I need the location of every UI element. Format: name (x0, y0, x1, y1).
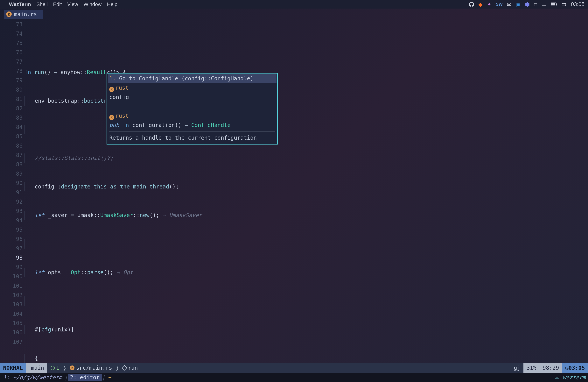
tmux-window-2[interactable]: 2: editor (68, 374, 102, 381)
tmux-statusline: 1: ~/p/g/w/wezterm | 2: editor | + wezte… (0, 373, 588, 382)
popup-reference-item[interactable]: 1. Go to ConfigHandle (config::ConfigHan… (108, 74, 276, 83)
line-number: 107 (0, 337, 22, 347)
status-position: 98:29 (540, 363, 562, 373)
menubar-item-edit[interactable]: Edit (53, 1, 62, 7)
puzzle-icon[interactable]: ✦ (487, 1, 491, 8)
line-number: 102 (0, 291, 22, 300)
separator-icon: ❭ (115, 364, 120, 372)
line-number: 79 (0, 76, 22, 85)
mode-indicator: NORMAL (0, 363, 26, 373)
line-number: 91 (0, 188, 22, 197)
line-number: 90 (0, 179, 22, 188)
line-number: 81 (0, 95, 22, 104)
line-number: 88 (0, 160, 22, 169)
git-branch: main (26, 363, 47, 373)
menubar-item-window[interactable]: Window (84, 1, 102, 7)
line-number: 92 (0, 197, 22, 207)
hint-icon: ⬡ (50, 365, 55, 371)
line-number: 80 (0, 85, 22, 95)
diagnostics: ⬡1 (47, 363, 63, 373)
rust-icon: R (109, 115, 114, 120)
line-number: 77 (0, 57, 22, 66)
editor-viewport[interactable]: 7374757677787980818283848586878889909192… (0, 20, 588, 363)
slack-icon[interactable]: ⌗ (534, 1, 537, 8)
status-lastkeys: gj (511, 363, 524, 373)
teams-icon[interactable]: ⬢ (525, 1, 530, 8)
line-number: 100 (0, 272, 22, 281)
outlook-icon[interactable]: ▣ (516, 1, 521, 8)
symbol-breadcrumb: run (119, 363, 141, 373)
line-number: 76 (0, 48, 22, 57)
separator-icon: ❭ (63, 364, 67, 372)
line-number: 75 (0, 39, 22, 48)
tmux-add-window[interactable]: + (105, 374, 115, 381)
file-path: Rsrc/main.rs (67, 363, 115, 373)
line-number: 87 (0, 150, 22, 160)
gitlab-icon[interactable]: ◆ (478, 1, 483, 8)
line-number: 106 (0, 328, 22, 337)
line-number: 105 (0, 318, 22, 328)
line-number: 83 (0, 113, 22, 123)
status-clock: ◷03:05 (562, 363, 588, 373)
line-number: 93 (0, 207, 22, 216)
tmux-session-icon (555, 376, 559, 379)
line-number: 99 (0, 263, 22, 272)
mail-icon[interactable]: ✉ (507, 1, 511, 8)
svg-rect-2 (556, 3, 557, 5)
svg-rect-4 (563, 3, 566, 4)
line-number: 96 (0, 234, 22, 244)
control-center-icon[interactable] (562, 2, 567, 6)
popup-full-signature: pub fn configuration() → ConfigHandle (108, 121, 276, 130)
rust-icon: R (70, 365, 74, 370)
tab-label: main.rs (14, 11, 37, 18)
line-number: 73 (0, 20, 22, 29)
svg-rect-1 (551, 3, 555, 5)
nvim-statusline: NORMAL main ⬡1 ❭ Rsrc/main.rs ❭ run gj 3… (0, 363, 588, 373)
status-percent: 31% (524, 363, 540, 373)
sw-icon[interactable]: SW (496, 2, 503, 7)
line-number: 98 (0, 253, 22, 263)
line-number: 97 (0, 244, 22, 253)
popup-doc: Returns a handle to the current configur… (108, 133, 276, 143)
menubar-app-name[interactable]: WezTerm (9, 1, 31, 7)
line-number: 94 (0, 216, 22, 225)
lsp-hover-popup[interactable]: 1. Go to ConfigHandle (config::ConfigHan… (106, 73, 278, 145)
clock-icon: ◷ (565, 365, 568, 371)
menubar-item-shell[interactable]: Shell (36, 1, 48, 7)
rust-icon: R (6, 11, 12, 17)
terminal-window: R main.rs 737475767778798081828384858687… (0, 9, 588, 382)
line-number: 74 (0, 29, 22, 39)
gutter: 7374757677787980818283848586878889909192… (0, 20, 22, 347)
line-number: 101 (0, 281, 22, 291)
line-number: 86 (0, 141, 22, 150)
popup-signature: config (108, 93, 276, 102)
wezterm-tabbar: R main.rs (0, 9, 588, 20)
github-icon[interactable] (469, 2, 474, 7)
rust-icon: R (109, 87, 114, 92)
line-number: 78 (0, 66, 22, 76)
line-number: 84 (0, 123, 22, 132)
tmux-window-1[interactable]: 1: ~/p/g/w/wezterm (1, 374, 64, 381)
line-number: 103 (0, 300, 22, 309)
line-number: 85 (0, 132, 22, 141)
line-number: 82 (0, 104, 22, 113)
display-icon[interactable]: ▭ (541, 1, 546, 8)
tmux-hostname: wezterm (563, 374, 586, 381)
svg-point-5 (565, 4, 566, 6)
line-number: 104 (0, 309, 22, 318)
line-number: 89 (0, 169, 22, 179)
menubar-clock[interactable]: 03:05 (571, 1, 585, 7)
svg-rect-6 (562, 5, 565, 5)
popup-lang-label: Rrust (108, 111, 276, 121)
macos-menubar: WezTerm Shell Edit View Window Help ◆ ✦ … (0, 0, 588, 9)
menubar-item-help[interactable]: Help (107, 1, 117, 7)
tab-mainrs[interactable]: R main.rs (4, 10, 43, 19)
svg-point-3 (562, 3, 563, 4)
function-icon (122, 365, 127, 371)
popup-lang-label: Rrust (108, 83, 276, 93)
battery-icon[interactable] (551, 2, 557, 6)
menubar-item-view[interactable]: View (67, 1, 78, 7)
line-number: 95 (0, 225, 22, 234)
